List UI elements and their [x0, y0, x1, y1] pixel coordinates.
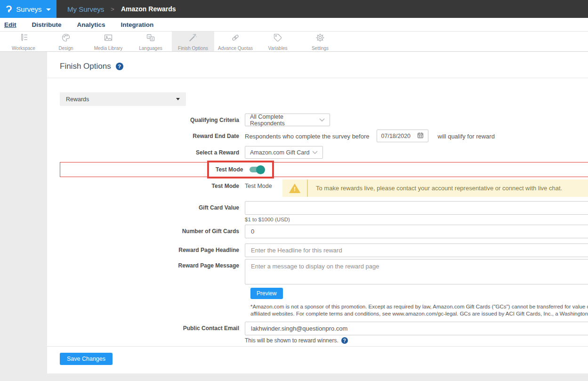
test-mode-status-label: Test Mode — [60, 179, 245, 189]
reward-end-date-label: Reward End Date — [60, 130, 245, 139]
qualifying-criteria-value: All Complete Respondents — [250, 113, 319, 127]
amazon-disclaimer: *Amazon.com is not a sponsor of this pro… — [250, 303, 588, 317]
reward-page-headline-row: Reward Page Headline — [60, 243, 588, 257]
translate-icon: xA — [146, 33, 155, 44]
reward-end-date-prefix: Respondents who complete the survey befo… — [245, 130, 370, 140]
qualifying-criteria-select[interactable]: All Complete Respondents — [245, 113, 330, 126]
toolbar-item-label: Languages — [139, 46, 162, 51]
rewards-dropdown-value: Rewards — [66, 96, 89, 103]
caret-down-icon — [46, 8, 51, 11]
public-contact-email-row: Public Contact Email This will be shown … — [60, 322, 588, 344]
disclaimer-line-1: *Amazon.com is not a sponsor of this pro… — [250, 303, 588, 310]
gear-icon — [315, 33, 325, 44]
reward-page-message-input[interactable] — [245, 259, 588, 284]
toolbar-item-label: Workspace — [12, 46, 35, 51]
chevron-down-icon — [319, 117, 325, 123]
test-mode-status-value: Test Mode — [245, 179, 282, 189]
toolbar-item-finish-options[interactable]: Finish Options — [172, 32, 214, 51]
number-of-gift-cards-label: Number of Gift Cards — [60, 225, 245, 235]
chevron-down-icon — [312, 149, 318, 156]
svg-text:x: x — [148, 35, 150, 38]
public-contact-email-input[interactable] — [245, 322, 588, 335]
breadcrumb-my-surveys[interactable]: My Surveys — [67, 5, 104, 13]
image-icon — [104, 33, 113, 44]
reward-page-headline-input[interactable] — [245, 243, 588, 257]
page-title: Finish Options — [60, 62, 111, 71]
preview-button[interactable]: Preview — [250, 288, 283, 299]
toolbar-item-label: Design — [58, 46, 73, 51]
toolbar-item-advance-quotas[interactable]: Advance Quotas — [214, 32, 257, 51]
edit-toolbar: Workspace Design Media Library xA Langua… — [0, 32, 588, 52]
reward-page-message-label: Reward Page Message — [60, 259, 245, 269]
tab-integration[interactable]: Integration — [121, 21, 154, 28]
tag-icon — [273, 33, 282, 44]
tab-distribute[interactable]: Distribute — [32, 21, 62, 28]
test-mode-status-row: Test Mode Test Mode ! To make rewards li… — [60, 179, 588, 197]
caret-down-icon — [176, 98, 180, 100]
select-reward-value: Amazon.com Gift Card — [250, 149, 309, 156]
help-icon[interactable]: ? — [116, 63, 123, 70]
reward-end-date-row: Reward End Date Respondents who complete… — [60, 130, 588, 142]
tab-analytics[interactable]: Analytics — [77, 21, 105, 28]
breadcrumb-current-survey: Amazon Rewards — [121, 5, 176, 13]
calendar-icon[interactable] — [417, 132, 424, 140]
product-name: Surveys — [16, 5, 41, 13]
toolbar-item-label: Media Library — [94, 46, 123, 51]
toolbar-item-design[interactable]: Design — [45, 32, 87, 51]
toggle-thumb — [256, 165, 265, 174]
select-reward-row: Select a Reward Amazon.com Gift Card — [60, 146, 588, 159]
gift-card-value-label: Gift Card Value — [60, 201, 245, 211]
toolbar-item-variables[interactable]: Variables — [257, 32, 299, 51]
toolbar-item-label: Variables — [268, 46, 288, 51]
disclaimer-line-2: affiliated websites. For complete terms … — [250, 310, 588, 317]
warning-message: To make rewards live, please contact you… — [308, 179, 570, 197]
workspace-icon — [19, 33, 28, 44]
toolbar-item-media-library[interactable]: Media Library — [87, 32, 129, 51]
bottom-divider — [47, 346, 588, 347]
select-reward-label: Select a Reward — [60, 146, 245, 156]
public-contact-email-label: Public Contact Email — [60, 322, 245, 332]
questionpro-logo-icon: Ɂ — [6, 4, 12, 14]
gift-card-value-row: Gift Card Value $1 to $1000 (USD) — [60, 201, 588, 222]
warning-triangle-icon: ! — [282, 179, 307, 197]
test-mode-toggle-row: Test Mode — [60, 161, 588, 178]
top-bar: Ɂ Surveys My Surveys > Amazon Rewards — [0, 0, 588, 18]
public-contact-email-helper: This will be shown to reward winners. — [245, 337, 338, 344]
test-mode-toggle-label: Test Mode — [216, 166, 243, 173]
reward-end-date-suffix: will qualify for reward — [438, 130, 495, 140]
reward-page-headline-label: Reward Page Headline — [60, 243, 245, 253]
gift-card-value-input[interactable] — [245, 201, 588, 215]
breadcrumb-separator: > — [111, 6, 114, 13]
surveys-menu[interactable]: Ɂ Surveys — [0, 0, 56, 18]
toolbar-item-label: Finish Options — [178, 46, 208, 51]
title-divider — [47, 78, 588, 78]
toolbar-item-label: Settings — [312, 46, 329, 51]
qualifying-criteria-label: Qualifying Criteria — [60, 113, 245, 123]
reward-page-message-row: Reward Page Message — [60, 259, 588, 284]
save-changes-button[interactable]: Save Changes — [60, 353, 113, 365]
toolbar-item-workspace[interactable]: Workspace — [2, 32, 45, 51]
reward-end-date-value: 07/18/2020 — [381, 133, 411, 139]
svg-text:!: ! — [294, 186, 296, 193]
highlight-row-outline — [60, 162, 588, 177]
test-mode-toggle[interactable] — [250, 167, 264, 172]
tab-edit[interactable]: Edit — [4, 21, 16, 28]
reward-end-date-input[interactable]: 07/18/2020 — [377, 130, 428, 142]
toolbar-item-languages[interactable]: xA Languages — [129, 32, 172, 51]
chain-links-icon — [231, 33, 240, 44]
number-of-gift-cards-row: Number of Gift Cards — [60, 225, 588, 238]
toolbar-item-label: Advance Quotas — [218, 46, 253, 51]
select-reward-select[interactable]: Amazon.com Gift Card — [245, 146, 323, 159]
highlight-test-mode-box: Test Mode — [207, 161, 274, 178]
rewards-form: Qualifying Criteria All Complete Respond… — [60, 113, 588, 365]
primary-nav: Edit Distribute Analytics Integration — [0, 18, 588, 32]
main-area: Finish Options ? Rewards Qualifying Crit… — [0, 52, 588, 381]
rewards-section-dropdown[interactable]: Rewards — [60, 92, 186, 106]
finish-options-panel: Finish Options ? Rewards Qualifying Crit… — [47, 52, 588, 373]
gift-card-value-helper: $1 to $1000 (USD) — [245, 217, 588, 222]
toolbar-item-settings[interactable]: Settings — [299, 32, 341, 51]
magic-wand-icon — [188, 33, 198, 44]
help-icon[interactable]: ? — [341, 337, 348, 344]
warning-banner: ! To make rewards live, please contact y… — [282, 179, 588, 197]
number-of-gift-cards-input[interactable] — [245, 225, 588, 238]
